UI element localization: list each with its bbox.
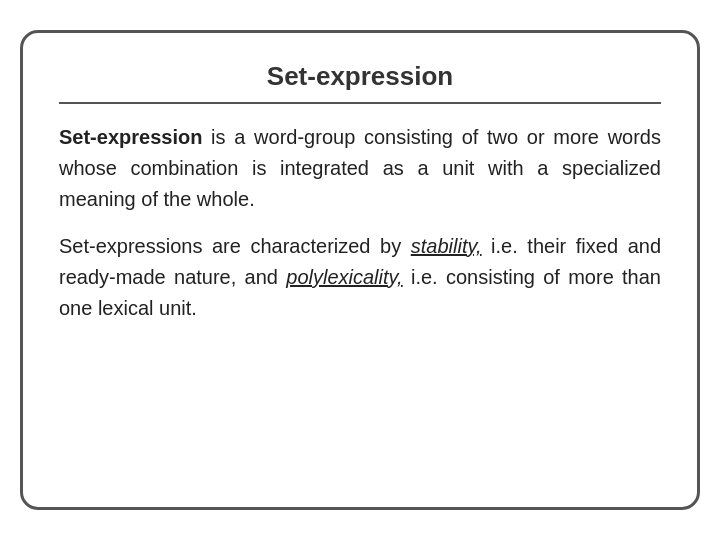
page-title: Set-expression	[267, 61, 453, 92]
paragraph-2: Set-expressions are characterized by sta…	[59, 231, 661, 324]
title-section: Set-expression	[59, 61, 661, 92]
content-area: Set-expression is a word-group consistin…	[59, 122, 661, 324]
title-divider	[59, 102, 661, 104]
bold-term-1: Set-expression	[59, 126, 202, 148]
paragraph-1: Set-expression is a word-group consistin…	[59, 122, 661, 215]
paragraph-2-start: Set-expressions are characterized by	[59, 235, 411, 257]
polylexicality-term: polylexicality,	[286, 266, 402, 288]
main-card: Set-expression Set-expression is a word-…	[20, 30, 700, 510]
stability-term: stability,	[411, 235, 482, 257]
